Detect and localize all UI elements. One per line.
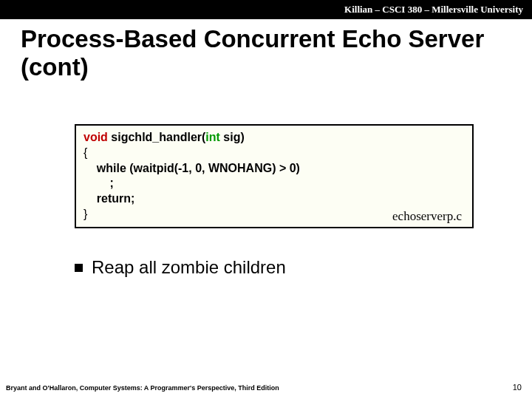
bullet-row: Reap all zombie children <box>75 257 286 278</box>
title-line2: (cont) <box>21 53 89 81</box>
fn-name: sigchld_handler( <box>108 131 205 143</box>
keyword-while: while <box>83 162 126 174</box>
return-indent <box>83 192 97 205</box>
code-line-3: while (waitpid(-1, 0, WNOHANG) > 0) <box>83 161 465 177</box>
while-rest: (waitpid(-1, 0, WNOHANG) > 0) <box>126 162 300 174</box>
bullet-text: Reap all zombie children <box>92 257 286 278</box>
footer-citation: Bryant and O'Hallaron, Computer Systems:… <box>6 384 279 392</box>
course-line: Killian – CSCI 380 – Millersville Univer… <box>344 4 523 15</box>
slide-title: Process-Based Concurrent Echo Server (co… <box>0 19 532 81</box>
param-rest: sig) <box>220 131 245 143</box>
keyword-return: return <box>97 192 131 205</box>
code-line-5: return; <box>83 191 465 207</box>
title-line1: Process-Based Concurrent Echo Server <box>21 25 484 52</box>
return-semi: ; <box>131 192 134 205</box>
square-bullet-icon <box>75 264 83 272</box>
code-line-4: ; <box>83 176 465 191</box>
source-filename: echoserverp.c <box>392 209 462 224</box>
keyword-int: int <box>205 131 220 143</box>
code-line-1: void sigchld_handler(int sig) <box>83 130 465 146</box>
code-box: void sigchld_handler(int sig) { while (w… <box>75 124 474 228</box>
page-number: 10 <box>513 383 522 392</box>
keyword-void: void <box>83 131 108 143</box>
code-line-2: { <box>83 146 465 161</box>
header-bar: Killian – CSCI 380 – Millersville Univer… <box>0 0 532 19</box>
